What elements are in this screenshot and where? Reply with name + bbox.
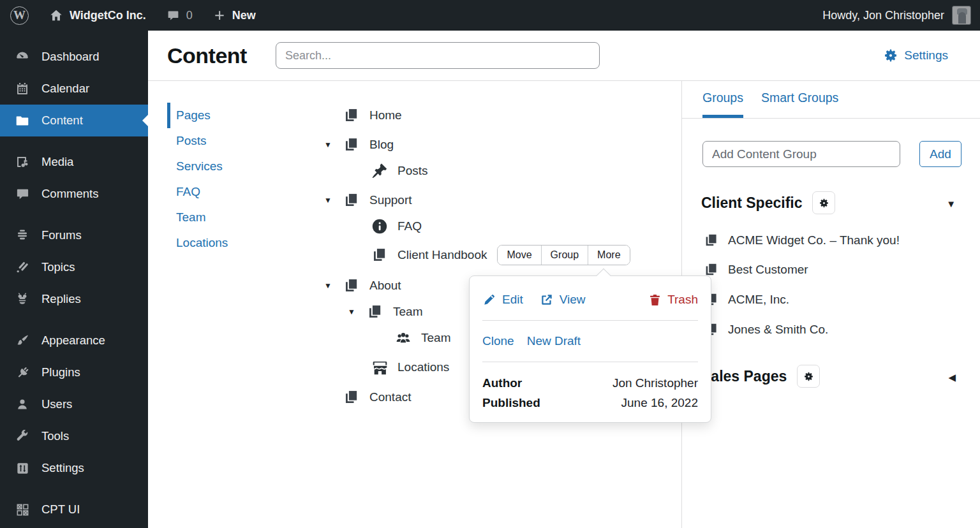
pages-icon: [366, 302, 385, 321]
clone-action[interactable]: Clone: [482, 334, 514, 348]
trash-action[interactable]: Trash: [648, 293, 698, 307]
post-type-label: FAQ: [176, 185, 200, 199]
sidebar-item-replies[interactable]: Replies: [0, 283, 148, 315]
sidebar-label: Plugins: [41, 365, 80, 379]
group-item-label[interactable]: Jones & Smith Co.: [728, 323, 828, 337]
cpt-ui-icon: [14, 502, 31, 517]
gear-icon: [803, 371, 814, 382]
comment-icon: [167, 9, 180, 22]
edit-action[interactable]: Edit: [482, 293, 523, 307]
sidebar-label: Media: [41, 155, 73, 169]
dashboard-icon: [14, 49, 31, 64]
tab-smart-groups[interactable]: Smart Groups: [761, 91, 838, 118]
forums-icon: [14, 228, 31, 243]
sidebar-item-dashboard[interactable]: Dashboard: [0, 41, 148, 73]
sidebar-label: Settings: [41, 461, 84, 475]
group-item: Jones & Smith Co.: [702, 319, 828, 340]
sidebar-item-plugins[interactable]: Plugins: [0, 356, 148, 388]
add-group-button[interactable]: Add: [919, 141, 961, 167]
tree-item-client-handbook[interactable]: Client Handbook: [397, 248, 487, 262]
sidebar-label: Calendar: [41, 82, 89, 96]
group-item: Best Customer: [702, 260, 808, 280]
tree-item-support[interactable]: Support: [369, 193, 412, 207]
collapse-caret-icon[interactable]: ▼: [324, 196, 342, 205]
sidebar-item-appearance[interactable]: Appearance: [0, 325, 148, 356]
collapse-caret-icon[interactable]: ▼: [324, 140, 342, 149]
post-type-label: Services: [176, 159, 223, 173]
sidebar-item-content[interactable]: Content: [0, 105, 148, 136]
tab-groups[interactable]: Groups: [702, 91, 743, 118]
tree-row: ▼ Support: [324, 190, 412, 210]
sidebar-item-cpt-ui[interactable]: CPT UI: [0, 494, 148, 525]
replies-bee-icon: [14, 291, 31, 307]
group-item-label[interactable]: ACME, Inc.: [728, 293, 789, 307]
tree-item-faq[interactable]: FAQ: [397, 219, 422, 233]
tree-item-about[interactable]: About: [369, 279, 401, 293]
author-value: Jon Christopher: [612, 376, 698, 390]
published-row: Published June 16, 2022: [482, 393, 698, 413]
tree-item-contact[interactable]: Contact: [369, 390, 411, 404]
tree-item-posts[interactable]: Posts: [397, 164, 428, 178]
post-type-team[interactable]: Team: [167, 205, 228, 230]
collapse-caret-icon[interactable]: ▼: [946, 198, 956, 209]
group-section-header: Sales Pages: [701, 363, 820, 389]
sidebar-label: Dashboard: [41, 50, 100, 64]
post-type-faq[interactable]: FAQ: [167, 179, 228, 205]
media-icon: [14, 154, 31, 170]
settings-label: Settings: [904, 48, 948, 62]
tree-item-team-page[interactable]: Team: [393, 305, 422, 319]
group-button[interactable]: Group: [541, 246, 588, 265]
folder-icon: [14, 113, 31, 128]
tree-item-locations[interactable]: Locations: [397, 360, 449, 374]
sidebar-item-users[interactable]: Users: [0, 388, 148, 420]
comments-bubble[interactable]: 0: [156, 0, 203, 31]
more-button[interactable]: More: [588, 246, 629, 265]
add-content-group-input[interactable]: [702, 141, 900, 167]
group-gear-button[interactable]: [812, 191, 835, 214]
collapse-caret-icon[interactable]: ▼: [348, 307, 366, 316]
divider: [482, 362, 698, 362]
group-item-label[interactable]: ACME Widget Co. – Thank you!: [728, 233, 900, 247]
content-header: Content Settings: [148, 31, 980, 81]
post-type-locations[interactable]: Locations: [167, 230, 228, 256]
plus-icon: [213, 9, 226, 22]
sidebar-label: Topics: [41, 260, 75, 274]
sidebar-item-calendar[interactable]: Calendar: [0, 73, 148, 105]
settings-button[interactable]: Settings: [883, 48, 948, 63]
sidebar-item-tools[interactable]: Tools: [0, 420, 148, 452]
external-link-icon: [540, 293, 554, 307]
tree-item-team-archive[interactable]: Team: [421, 331, 450, 345]
plugins-icon: [14, 365, 31, 380]
group-gear-button[interactable]: [797, 365, 820, 388]
sidebar-item-settings[interactable]: Settings: [0, 452, 148, 484]
site-link[interactable]: WidgetCo Inc.: [39, 0, 156, 31]
sidebar-item-media[interactable]: Media: [0, 146, 148, 178]
info-icon: [370, 217, 389, 236]
post-type-pages[interactable]: Pages: [167, 103, 228, 128]
view-label: View: [560, 293, 586, 307]
move-button[interactable]: Move: [498, 246, 540, 265]
collapsed-caret-icon[interactable]: ◀: [948, 372, 956, 383]
tree-row: Team: [394, 328, 450, 348]
search-input[interactable]: [276, 42, 600, 69]
gear-icon: [819, 198, 829, 209]
new-draft-action[interactable]: New Draft: [527, 334, 581, 348]
view-action[interactable]: View: [540, 293, 586, 307]
group-item-label[interactable]: Best Customer: [728, 263, 808, 277]
post-type-label: Pages: [176, 108, 211, 122]
tree-item-home[interactable]: Home: [369, 108, 402, 122]
wordpress-menu[interactable]: W: [0, 0, 39, 31]
new-content-button[interactable]: New: [203, 0, 266, 31]
sidebar-item-forums[interactable]: Forums: [0, 219, 148, 251]
new-label: New: [232, 9, 256, 22]
author-row: Author Jon Christopher: [482, 373, 698, 393]
post-type-posts[interactable]: Posts: [167, 128, 228, 154]
published-label: Published: [482, 396, 540, 410]
account-menu[interactable]: Howdy, Jon Christopher: [822, 6, 980, 25]
tree-item-blog[interactable]: Blog: [369, 138, 394, 152]
sidebar-item-comments[interactable]: Comments: [0, 178, 148, 210]
sidebar-item-topics[interactable]: Topics: [0, 251, 148, 283]
post-type-services[interactable]: Services: [167, 154, 228, 179]
collapse-caret-icon[interactable]: ▼: [324, 281, 342, 290]
appearance-brush-icon: [14, 333, 31, 348]
